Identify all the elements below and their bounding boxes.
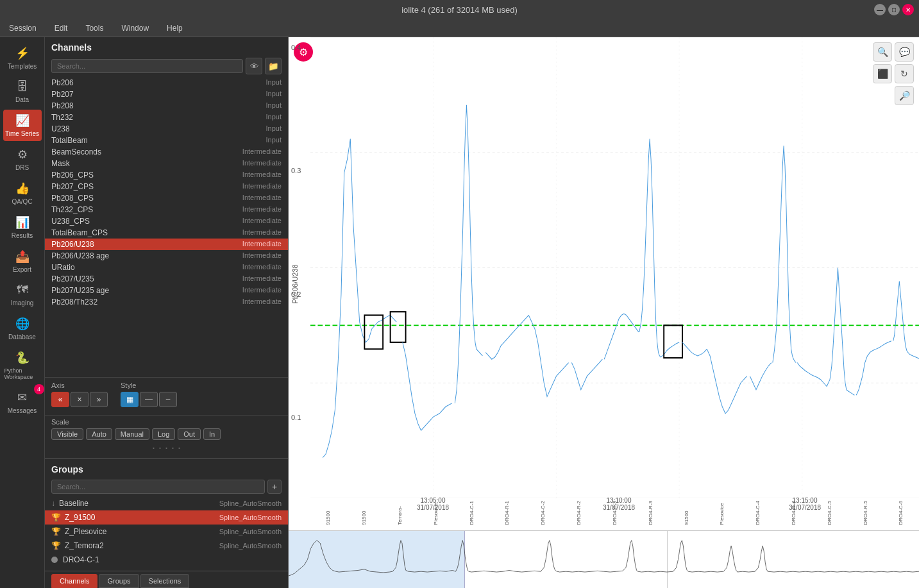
group-row[interactable]: 🏆Z_PlesoviceSpline_AutoSmooth — [45, 525, 288, 539]
channel-row[interactable]: Pb206Input — [45, 77, 288, 88]
channels-folder-button[interactable]: 📁 — [265, 58, 282, 74]
group-row[interactable]: DRO4-C-1 — [45, 553, 288, 567]
mini-chart-svg — [289, 532, 919, 587]
channel-type: Intermediate — [242, 159, 282, 168]
menu-edit[interactable]: Edit — [51, 22, 72, 34]
style-dash-button[interactable]: – — [159, 392, 177, 407]
channel-row[interactable]: TotalBeamInput — [45, 135, 288, 146]
sidebar-item-python[interactable]: 🐍 Python Workspace — [3, 347, 42, 384]
channel-list: Pb206InputPb207InputPb208InputTh232Input… — [45, 77, 288, 377]
sidebar-label-python: Python Workspace — [4, 367, 40, 380]
channel-row[interactable]: Th232Input — [45, 112, 288, 123]
style-line-button[interactable]: — — [140, 392, 158, 407]
menu-session[interactable]: Session — [5, 22, 40, 34]
group-name: Z_Temora2 — [65, 541, 104, 550]
menu-help[interactable]: Help — [163, 22, 187, 34]
channels-view-button[interactable]: 👁 — [246, 58, 262, 74]
channel-row[interactable]: Pb207/U235Intermediate — [45, 273, 288, 285]
sidebar-item-timeseries[interactable]: 📈 Time Series — [3, 110, 42, 141]
scale-out-button[interactable]: Out — [178, 428, 201, 440]
python-icon: 🐍 — [15, 351, 30, 365]
channel-type: Intermediate — [242, 286, 282, 295]
sidebar-item-data[interactable]: 🗄 Data — [3, 76, 42, 107]
channel-row[interactable]: Pb206_CPSIntermediate — [45, 169, 288, 181]
channel-type: Intermediate — [242, 205, 282, 214]
sidebar-item-results[interactable]: 📊 Results — [3, 212, 42, 243]
y-axis-label: Pb206/U238 — [291, 264, 299, 303]
scale-in-button[interactable]: In — [203, 428, 221, 440]
channel-row[interactable]: Pb207Input — [45, 88, 288, 100]
tab-groups[interactable]: Groups — [99, 574, 139, 588]
channel-type: Intermediate — [242, 217, 282, 226]
sidebar-item-database[interactable]: 🌐 Database — [3, 313, 42, 344]
group-row[interactable]: 🏆Z_Temora2Spline_AutoSmooth — [45, 539, 288, 553]
scale-visible-button[interactable]: Visible — [51, 428, 83, 440]
minimize-button[interactable]: — — [874, 4, 886, 15]
tab-channels[interactable]: Channels — [51, 574, 97, 588]
menu-window[interactable]: Window — [117, 22, 153, 34]
channels-search-input[interactable] — [51, 59, 243, 73]
style-filled-button[interactable]: ▦ — [121, 392, 139, 407]
svg-rect-10 — [364, 315, 383, 349]
channel-name: Mask — [51, 159, 70, 168]
axis-clear-button[interactable]: × — [71, 392, 89, 407]
label-dro4-r5: DRO4-R-5 — [863, 501, 868, 525]
channel-row[interactable]: U238Input — [45, 123, 288, 135]
main-chart-svg: 0.4 0.3 0.2 0.1 0 — [310, 37, 919, 498]
group-name: Z_Plesovice — [65, 527, 106, 536]
sidebar-item-imaging[interactable]: 🗺 Imaging — [3, 280, 42, 310]
channel-row[interactable]: BeamSecondsIntermediate — [45, 146, 288, 158]
menubar: Session Edit Tools Window Help — [0, 19, 919, 37]
channel-row[interactable]: Pb207_CPSIntermediate — [45, 181, 288, 192]
scale-manual-button[interactable]: Manual — [115, 428, 149, 440]
label-dro4-c4: DRO4-C-4 — [755, 501, 761, 525]
sidebar-item-drs[interactable]: ⚙ DRS — [3, 144, 42, 175]
channel-type: Input — [266, 78, 282, 87]
channel-row[interactable]: TotalBeam_CPSIntermediate — [45, 227, 288, 239]
close-button[interactable]: ✕ — [902, 4, 914, 15]
channel-row[interactable]: Pb208Input — [45, 100, 288, 112]
axis-prev-button[interactable]: « — [51, 392, 69, 407]
main-chart[interactable]: ⚙ Pb206/U238 🔍 💬 ⬛ ↻ 🔎 — [289, 37, 919, 530]
axis-next-button[interactable]: » — [90, 392, 108, 407]
groups-search-input[interactable] — [51, 480, 265, 494]
group-method: Spline_AutoSmooth — [219, 528, 282, 535]
tab-selections[interactable]: Selections — [140, 574, 190, 588]
channel-row[interactable]: URatioIntermediate — [45, 262, 288, 273]
svg-rect-12 — [664, 325, 682, 358]
sidebar-item-messages[interactable]: ✉ 4 Messages — [3, 387, 42, 418]
channel-row[interactable]: Pb208_CPSIntermediate — [45, 192, 288, 204]
axis-style-section: Axis « × » Style ▦ — – — [45, 377, 288, 415]
channel-row[interactable]: Th232_CPSIntermediate — [45, 204, 288, 215]
sidebar-item-qaqc[interactable]: 👍 QA/QC — [3, 178, 42, 209]
group-row[interactable]: 🏆Z_91500Spline_AutoSmooth — [45, 510, 288, 525]
groups-title: Groups — [45, 459, 288, 477]
sidebar-item-templates[interactable]: ⚡ Templates — [3, 42, 42, 74]
groups-add-button[interactable]: + — [267, 480, 282, 494]
scale-auto-button[interactable]: Auto — [86, 428, 112, 440]
group-name: Baseline — [59, 499, 89, 508]
channel-name: Pb206/U238 age — [51, 251, 109, 260]
maximize-button[interactable]: □ — [888, 4, 900, 15]
groups-search-bar: + — [45, 477, 288, 496]
channel-name: Pb207/U235 — [51, 274, 94, 283]
group-row[interactable]: ↓BaselineSpline_AutoSmooth — [45, 496, 288, 510]
channel-name: URatio — [51, 263, 75, 272]
label-dro4-r3: DRO4-R-3 — [648, 501, 653, 525]
channel-row[interactable]: Pb206/U238Intermediate — [45, 239, 288, 250]
channel-row[interactable]: Pb207/U235 ageIntermediate — [45, 285, 288, 296]
scale-log-button[interactable]: Log — [152, 428, 175, 440]
menu-tools[interactable]: Tools — [81, 22, 107, 34]
channel-row[interactable]: U238_CPSIntermediate — [45, 215, 288, 227]
channel-row[interactable]: Pb208/Th232Intermediate — [45, 296, 288, 308]
channel-name: Pb207/U235 age — [51, 286, 109, 295]
channel-row[interactable]: Pb206/U238 ageIntermediate — [45, 250, 288, 262]
label-dro4-r1: DRO4-R-1 — [504, 501, 510, 525]
sidebar: ⚡ Templates 🗄 Data 📈 Time Series ⚙ DRS 👍… — [0, 37, 45, 588]
channel-type: Input — [266, 101, 282, 110]
channel-row[interactable]: MaskIntermediate — [45, 158, 288, 169]
y-val-03: 0.3 — [291, 167, 301, 174]
trophy-icon: 🏆 — [51, 527, 61, 536]
sidebar-item-export[interactable]: 📤 Export — [3, 246, 42, 277]
style-buttons: ▦ — – — [121, 392, 177, 407]
